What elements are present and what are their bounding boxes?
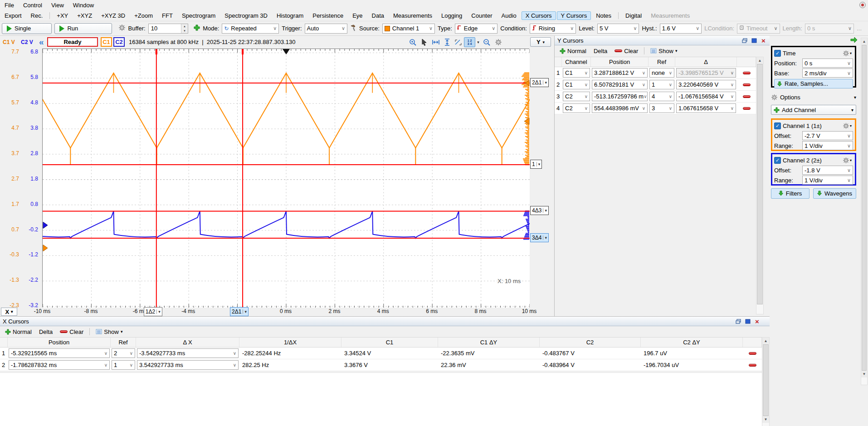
wavegens-button[interactable]: Wavegens <box>813 188 856 199</box>
position-select[interactable]: 554.4483986 mV∨ <box>592 103 648 113</box>
waveform-plot[interactable]: X: 10 ms <box>42 49 529 307</box>
tab-rec-[interactable]: Rec. <box>27 11 47 20</box>
tab--xy[interactable]: +XY <box>53 11 72 20</box>
expand-right-icon[interactable] <box>850 37 858 44</box>
scroll-up-icon[interactable]: ▲ <box>756 57 763 64</box>
tab-x-cursors[interactable]: X Cursors <box>522 11 556 20</box>
tab-y-cursors[interactable]: Y Cursors <box>557 11 591 20</box>
position-select[interactable]: -5.329215565 ms∨ <box>9 348 110 358</box>
time-checkbox[interactable]: ✓ <box>774 50 781 57</box>
tab-data[interactable]: Data <box>368 11 388 20</box>
add-normal-cursor-button[interactable]: Normal <box>557 47 589 55</box>
ref-select[interactable]: 1∨ <box>112 360 135 370</box>
tab-audio[interactable]: Audio <box>497 11 521 20</box>
x-axis-selector-button[interactable]: X ▾ <box>1 308 17 316</box>
ref-select[interactable]: 3∨ <box>649 103 674 113</box>
scroll-thumb[interactable] <box>763 344 769 416</box>
add-delta-cursor-button[interactable]: Delta <box>591 47 610 55</box>
hysteresis-select[interactable]: 1.6 V ∨ <box>660 24 702 34</box>
zoom-in-icon[interactable] <box>407 37 419 47</box>
delete-cursor-button[interactable] <box>743 72 751 74</box>
channel2-gear-icon[interactable]: ▾ <box>841 156 853 164</box>
position-select[interactable]: 6.507829181 V∨ <box>592 80 648 89</box>
y-cursor-tab-3Δ4[interactable]: 3Δ4▾ <box>530 233 549 242</box>
filters-button[interactable]: Filters <box>771 188 809 199</box>
clear-cursors-button[interactable]: Clear <box>612 47 641 55</box>
time-position-select[interactable]: 0 s ∨ <box>802 59 853 68</box>
sidebar-scrollbar[interactable]: ▲ ▼ <box>861 38 868 385</box>
ref-select[interactable]: 2∨ <box>112 348 135 358</box>
y-cursor-tab-1[interactable]: 1▾ <box>530 160 542 169</box>
show-menu-button[interactable]: Show ▾ <box>93 328 125 336</box>
measure-icon[interactable] <box>453 37 464 47</box>
run-button[interactable]: Run <box>54 23 112 34</box>
fit-vertical-icon[interactable] <box>441 37 453 47</box>
channel2-badge[interactable]: C2 <box>113 37 125 47</box>
scroll-up-icon[interactable]: ▲ <box>762 338 769 344</box>
menu-file[interactable]: File <box>0 0 19 10</box>
channel2-offset-select[interactable]: -1.8 V ∨ <box>802 166 853 175</box>
chevron-down-icon[interactable]: ▾ <box>475 37 481 47</box>
delta-select[interactable]: -3.3985765125 V∨ <box>676 68 736 78</box>
delete-cursor-button[interactable] <box>743 95 751 98</box>
restore-icon[interactable] <box>741 38 748 44</box>
menu-window[interactable]: Window <box>68 0 98 10</box>
ref-select[interactable]: 4∨ <box>649 92 674 101</box>
channel1-gear-icon[interactable]: ▾ <box>841 122 853 130</box>
tab-logging[interactable]: Logging <box>437 11 466 20</box>
channel-select[interactable]: C1∨ <box>563 68 590 78</box>
condition-select[interactable]: Rising ∨ <box>530 24 576 34</box>
y-cursors-scrollbar[interactable]: ▲ <box>756 57 764 314</box>
x-cursor-tab-2Δ1[interactable]: 2Δ1▾ <box>230 307 249 316</box>
ref-select[interactable]: none∨ <box>649 68 674 78</box>
tab-counter[interactable]: Counter <box>467 11 496 20</box>
tab--xyz[interactable]: +XYZ <box>73 11 96 20</box>
time-gear-icon[interactable]: ▾ <box>841 49 853 57</box>
tab-eye[interactable]: Eye <box>348 11 366 20</box>
tab--zoom[interactable]: +Zoom <box>130 11 157 20</box>
delete-cursor-button[interactable] <box>743 83 751 86</box>
tab-fft[interactable]: FFT <box>158 11 177 20</box>
tab-persistence[interactable]: Persistence <box>308 11 347 20</box>
time-base-select[interactable]: 2 ms/div ∨ <box>802 69 853 78</box>
scroll-down-icon[interactable]: ▼ <box>861 371 867 377</box>
tab--xyz-3d[interactable]: +XYZ 3D <box>97 11 129 20</box>
tab-measurements[interactable]: Measurements <box>389 11 436 20</box>
tab-spectrogram-3d[interactable]: Spectrogram 3D <box>220 11 272 20</box>
scroll-up-icon[interactable]: ▲ <box>861 38 867 45</box>
delta-select[interactable]: -1.0676156584 V∨ <box>676 92 736 101</box>
y-cursor-tab-2Δ1[interactable]: 2Δ1▾ <box>530 78 549 87</box>
delta-select[interactable]: 1.067615658 V∨ <box>676 103 736 113</box>
tab-notes[interactable]: Notes <box>592 11 615 20</box>
scroll-thumb[interactable] <box>757 64 763 304</box>
clear-cursors-button[interactable]: Clear <box>57 328 86 336</box>
level-select[interactable]: 5 V ∨ <box>597 24 639 34</box>
tab-histogram[interactable]: Histogram <box>273 11 307 20</box>
buffer-spinner[interactable]: 10 ▴▾ <box>148 24 188 34</box>
zoom-out-icon[interactable] <box>481 37 493 47</box>
channel1-offset-select[interactable]: -2.7 V ∨ <box>802 131 853 140</box>
channel2-checkbox[interactable]: ✓ <box>774 157 781 164</box>
add-delta-cursor-button[interactable]: Delta <box>36 328 55 336</box>
source-select[interactable]: Channel 1 ∨ <box>382 24 435 34</box>
type-select[interactable]: Edge ∨ <box>455 24 498 34</box>
tab-export[interactable]: Export <box>0 11 26 20</box>
channel1-checkbox[interactable]: ✓ <box>774 122 781 129</box>
y-axis-selector-button[interactable]: Y ▾ <box>530 37 551 47</box>
quadrant-view-button[interactable]: 1 23 4 <box>464 37 475 47</box>
gear-icon[interactable] <box>118 24 126 33</box>
tab-digital[interactable]: Digital <box>621 11 646 20</box>
channel-select[interactable]: C2∨ <box>563 103 590 113</box>
add-channel-button[interactable]: Add Channel ▾ <box>771 105 856 115</box>
options-row[interactable]: Options ▾ <box>771 92 856 102</box>
channel-select[interactable]: C2∨ <box>563 92 590 101</box>
scroll-down-icon[interactable]: ▼ <box>762 416 769 423</box>
fit-horizontal-icon[interactable] <box>430 37 441 47</box>
menu-control[interactable]: Control <box>19 0 47 10</box>
plot-options-gear-icon[interactable] <box>493 37 504 47</box>
trigger-select[interactable]: Auto ∨ <box>305 24 348 34</box>
y-cursor-tab-4Δ3[interactable]: 4Δ3▾ <box>530 206 549 215</box>
channel1-badge[interactable]: C1 <box>101 37 112 47</box>
delta-select[interactable]: 3.220640569 V∨ <box>676 80 736 89</box>
rate-samples-button[interactable]: Rate, Samples... <box>774 79 853 88</box>
